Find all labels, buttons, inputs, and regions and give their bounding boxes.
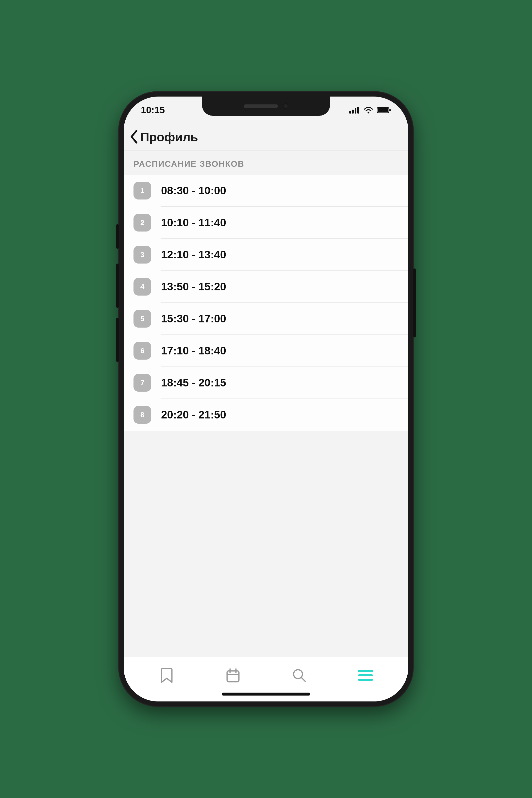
phone-frame: 10:15 Профиль РАСПИСАНИЕ ЗВОНКОВ <box>118 91 414 707</box>
tab-bookmarks[interactable] <box>156 665 178 687</box>
period-badge: 6 <box>133 342 151 360</box>
search-icon <box>291 667 307 684</box>
hamburger-icon <box>358 669 374 683</box>
screen: 10:15 Профиль РАСПИСАНИЕ ЗВОНКОВ <box>124 97 408 701</box>
period-badge: 8 <box>133 406 151 424</box>
list-item[interactable]: 7 18:45 - 20:15 <box>124 367 408 399</box>
period-badge: 3 <box>133 246 151 264</box>
home-indicator[interactable] <box>222 692 310 696</box>
time-range-label: 13:50 - 15:20 <box>161 281 226 293</box>
bookmark-icon <box>160 667 173 684</box>
tab-menu[interactable] <box>355 665 377 687</box>
svg-rect-8 <box>227 671 239 682</box>
section-header: РАСПИСАНИЕ ЗВОНКОВ <box>124 151 408 175</box>
time-range-label: 10:10 - 11:40 <box>161 216 226 229</box>
period-badge: 7 <box>133 374 151 392</box>
schedule-list: 1 08:30 - 10:00 2 10:10 - 11:40 3 12:10 … <box>124 175 408 431</box>
list-item[interactable]: 8 20:20 - 21:50 <box>124 399 408 431</box>
speaker-grille <box>244 104 278 108</box>
chevron-left-icon <box>130 129 138 144</box>
wifi-icon <box>363 107 374 114</box>
list-item[interactable]: 2 10:10 - 11:40 <box>124 207 408 239</box>
side-button <box>116 224 119 249</box>
time-range-label: 18:45 - 20:15 <box>161 377 226 389</box>
time-range-label: 20:20 - 21:50 <box>161 408 226 421</box>
period-badge: 4 <box>133 278 151 296</box>
svg-rect-6 <box>378 108 388 112</box>
tab-search[interactable] <box>288 665 310 687</box>
time-range-label: 17:10 - 18:40 <box>161 345 226 357</box>
svg-rect-2 <box>355 108 356 114</box>
time-range-label: 12:10 - 13:40 <box>161 248 226 261</box>
status-indicators <box>349 107 391 114</box>
period-badge: 5 <box>133 310 151 327</box>
list-item[interactable]: 5 15:30 - 17:00 <box>124 303 408 335</box>
list-item[interactable]: 3 12:10 - 13:40 <box>124 239 408 271</box>
front-camera <box>283 103 288 109</box>
cellular-icon <box>349 107 360 114</box>
tab-calendar[interactable] <box>222 665 244 687</box>
svg-rect-7 <box>390 109 391 111</box>
side-button <box>413 268 416 338</box>
svg-line-13 <box>302 678 305 681</box>
list-item[interactable]: 1 08:30 - 10:00 <box>124 175 408 207</box>
svg-rect-0 <box>349 111 351 114</box>
svg-point-4 <box>368 112 369 114</box>
list-item[interactable]: 6 17:10 - 18:40 <box>124 335 408 367</box>
back-button[interactable] <box>130 129 138 145</box>
time-range-label: 08:30 - 10:00 <box>161 185 226 197</box>
time-range-label: 15:30 - 17:00 <box>161 312 226 325</box>
period-badge: 1 <box>133 182 151 200</box>
side-button <box>116 318 119 362</box>
period-badge: 2 <box>133 214 151 231</box>
nav-title: Профиль <box>140 130 198 144</box>
svg-rect-3 <box>357 107 359 114</box>
battery-icon <box>377 107 391 114</box>
list-item[interactable]: 4 13:50 - 15:20 <box>124 271 408 303</box>
side-button <box>116 264 119 308</box>
nav-bar: Профиль <box>124 124 408 151</box>
status-time: 10:15 <box>141 105 165 115</box>
notch <box>202 97 330 116</box>
svg-rect-1 <box>352 110 354 114</box>
empty-space <box>124 431 408 657</box>
calendar-icon <box>225 667 241 684</box>
